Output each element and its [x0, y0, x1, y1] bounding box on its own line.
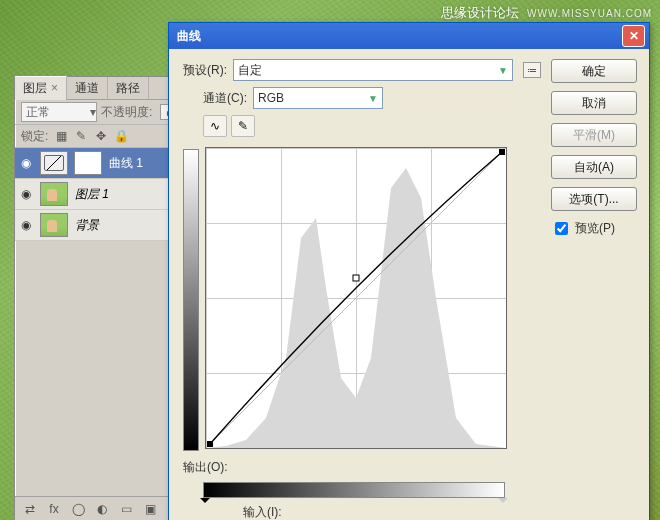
preset-select[interactable]: 自定 ▼ — [233, 59, 513, 81]
output-label: 输出(O): — [183, 459, 228, 476]
input-gradient[interactable] — [203, 482, 505, 498]
fx-icon[interactable]: fx — [47, 502, 61, 516]
watermark-text: 思缘设计论坛 — [441, 5, 519, 20]
chevron-down-icon: ▾ — [90, 105, 96, 119]
layer-name: 背景 — [75, 217, 99, 234]
blend-mode-select[interactable]: 正常▾ — [21, 102, 97, 122]
curves-dialog: 曲线 ✕ 预设(R): 自定 ▼ ≔ 通道(C): RGB ▼ — [168, 22, 650, 520]
output-gradient — [183, 149, 199, 451]
layer-thumb-image[interactable] — [40, 213, 68, 237]
chevron-down-icon: ▼ — [368, 93, 378, 104]
lock-label: 锁定: — [21, 128, 48, 145]
ok-button[interactable]: 确定 — [551, 59, 637, 83]
svg-rect-2 — [353, 275, 359, 281]
layer-thumb-image[interactable] — [40, 182, 68, 206]
dialog-title: 曲线 — [177, 28, 201, 45]
eye-icon[interactable]: ◉ — [15, 156, 37, 170]
preview-checkbox[interactable]: 预览(P) — [551, 219, 637, 238]
watermark-url: WWW.MISSYUAN.COM — [527, 8, 652, 19]
auto-button[interactable]: 自动(A) — [551, 155, 637, 179]
titlebar[interactable]: 曲线 ✕ — [169, 23, 649, 49]
eye-icon[interactable]: ◉ — [15, 187, 37, 201]
new-layer-icon[interactable]: ▣ — [143, 502, 157, 516]
cancel-button[interactable]: 取消 — [551, 91, 637, 115]
pencil-tool-icon[interactable]: ✎ — [231, 115, 255, 137]
layer-name: 图层 1 — [75, 186, 109, 203]
tab-paths[interactable]: 路径 — [108, 77, 149, 100]
chevron-down-icon: ▼ — [498, 65, 508, 76]
svg-rect-3 — [499, 149, 505, 155]
lock-transparent-icon[interactable]: ▦ — [54, 129, 68, 143]
layer-name: 曲线 1 — [109, 155, 143, 172]
channel-select[interactable]: RGB ▼ — [253, 87, 383, 109]
layer-thumb-curves[interactable] — [40, 151, 68, 175]
input-label: 输入(I): — [243, 504, 282, 520]
svg-rect-1 — [207, 441, 213, 447]
preset-menu-icon[interactable]: ≔ — [523, 62, 541, 78]
close-icon[interactable]: × — [51, 81, 58, 95]
mask-icon[interactable]: ◯ — [71, 502, 85, 516]
opacity-label: 不透明度: — [101, 104, 152, 121]
link-icon[interactable]: ⇄ — [23, 502, 37, 516]
curve-tool-icon[interactable]: ∿ — [203, 115, 227, 137]
channel-label: 通道(C): — [203, 90, 247, 107]
options-button[interactable]: 选项(T)... — [551, 187, 637, 211]
close-button[interactable]: ✕ — [622, 25, 645, 47]
lock-move-icon[interactable]: ✥ — [94, 129, 108, 143]
tab-layers[interactable]: 图层× — [15, 76, 67, 100]
lock-all-icon[interactable]: 🔒 — [114, 129, 128, 143]
folder-icon[interactable]: ▭ — [119, 502, 133, 516]
eye-icon[interactable]: ◉ — [15, 218, 37, 232]
layer-thumb-mask[interactable] — [74, 151, 102, 175]
watermark: 思缘设计论坛 WWW.MISSYUAN.COM — [441, 4, 652, 22]
histogram — [206, 148, 506, 448]
adjust-icon[interactable]: ◐ — [95, 502, 109, 516]
lock-brush-icon[interactable]: ✎ — [74, 129, 88, 143]
tab-channels[interactable]: 通道 — [67, 77, 108, 100]
preset-label: 预设(R): — [183, 62, 227, 79]
curve-graph[interactable] — [205, 147, 507, 449]
smooth-button: 平滑(M) — [551, 123, 637, 147]
